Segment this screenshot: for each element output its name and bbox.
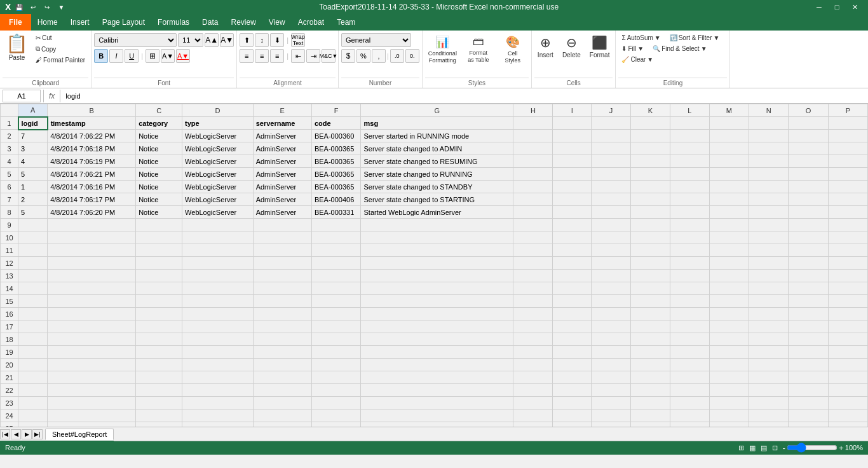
cell-4-14[interactable] [789,155,828,168]
cell-1-5[interactable]: code [311,117,361,130]
cell-16-10[interactable] [630,308,670,320]
cell-16-6[interactable] [361,308,513,320]
wrap-text-button[interactable]: Wrap Text [291,33,305,47]
cell-25-0[interactable] [18,422,48,427]
cell-19-6[interactable] [361,346,513,359]
cell-25-3[interactable] [182,422,254,427]
cell-14-12[interactable] [709,282,749,295]
cell-23-2[interactable] [136,397,182,410]
cell-15-8[interactable] [553,295,592,308]
cell-2-2[interactable]: Notice [136,130,182,142]
cell-3-11[interactable] [670,142,709,155]
cell-2-11[interactable] [670,130,709,142]
cell-14-3[interactable] [182,282,254,295]
cell-13-8[interactable] [553,270,592,282]
cell-11-7[interactable] [513,244,553,257]
cell-13-9[interactable] [592,270,631,282]
cell-18-5[interactable] [311,333,361,346]
cell-3-2[interactable]: Notice [136,142,182,155]
cell-10-2[interactable] [136,231,182,244]
copy-button[interactable]: ⧉ Copy [32,44,88,54]
autosum-button[interactable]: Σ AutoSum ▼ [618,33,663,43]
cell-8-3[interactable]: WebLogicServer [182,206,254,219]
page-layout-menu[interactable]: Page Layout [96,14,151,31]
cell-2-8[interactable] [553,130,592,142]
cell-21-3[interactable] [182,371,254,384]
cell-10-15[interactable] [828,231,867,244]
cell-5-7[interactable] [513,168,553,181]
cell-1-1[interactable]: timestamp [48,117,136,130]
cell-9-0[interactable] [18,219,48,231]
fill-color-button[interactable]: A▼ [161,49,175,63]
cell-25-15[interactable] [828,422,867,427]
cell-10-14[interactable] [789,231,828,244]
cell-13-3[interactable] [182,270,254,282]
row-number-21[interactable]: 21 [1,371,18,384]
cell-13-13[interactable] [749,270,789,282]
cell-styles-button[interactable]: 🎨 Cell Styles [497,33,529,70]
cell-4-1[interactable]: 4/8/2014 7:06:19 PM [48,155,136,168]
cell-9-6[interactable] [361,219,513,231]
view-menu[interactable]: View [262,14,292,31]
cell-5-14[interactable] [789,168,828,181]
cell-2-3[interactable]: WebLogicServer [182,130,254,142]
find-select-button[interactable]: 🔍 Find & Select ▼ [649,44,710,53]
cell-13-12[interactable] [709,270,749,282]
cell-9-3[interactable] [182,219,254,231]
cell-11-6[interactable] [361,244,513,257]
cell-5-10[interactable] [630,168,670,181]
cell-4-13[interactable] [749,155,789,168]
cell-4-9[interactable] [592,155,631,168]
cell-16-15[interactable] [828,308,867,320]
col-header-H[interactable]: H [513,104,553,117]
cell-18-9[interactable] [592,333,631,346]
cell-12-2[interactable] [136,257,182,270]
cell-24-6[interactable] [361,410,513,422]
cell-3-3[interactable]: WebLogicServer [182,142,254,155]
cell-7-9[interactable] [592,193,631,206]
cell-19-8[interactable] [553,346,592,359]
border-button[interactable]: ⊞ [146,49,159,63]
cell-19-1[interactable] [48,346,136,359]
cell-25-9[interactable] [592,422,631,427]
format-button[interactable]: ⬛ Format [587,33,613,70]
cell-18-11[interactable] [670,333,709,346]
cell-9-5[interactable] [311,219,361,231]
cell-13-5[interactable] [311,270,361,282]
align-bottom-button[interactable]: ⬇ [270,33,284,47]
row-number-18[interactable]: 18 [1,333,18,346]
cell-12-6[interactable] [361,257,513,270]
cell-3-6[interactable]: Server state changed to ADMIN [361,142,513,155]
cell-18-8[interactable] [553,333,592,346]
cell-11-3[interactable] [182,244,254,257]
cell-13-11[interactable] [670,270,709,282]
cell-21-12[interactable] [709,371,749,384]
cell-19-3[interactable] [182,346,254,359]
sheet-tab-logreport[interactable]: Sheet#LogReport [45,429,114,440]
formulas-menu[interactable]: Formulas [151,14,196,31]
cell-6-15[interactable] [828,181,867,193]
bold-button[interactable]: B [94,49,108,63]
cell-10-3[interactable] [182,231,254,244]
view-pagebreak-icon[interactable]: ⊡ [772,444,778,452]
cell-7-8[interactable] [553,193,592,206]
cell-5-15[interactable] [828,168,867,181]
cell-8-9[interactable] [592,206,631,219]
clear-button[interactable]: 🧹 Clear ▼ [618,55,656,64]
cell-10-6[interactable] [361,231,513,244]
row-number-23[interactable]: 23 [1,397,18,410]
cell-13-0[interactable] [18,270,48,282]
home-menu[interactable]: Home [31,14,64,31]
cell-15-0[interactable] [18,295,48,308]
cell-3-5[interactable]: BEA-000365 [311,142,361,155]
cell-7-5[interactable]: BEA-000406 [311,193,361,206]
row-number-17[interactable]: 17 [1,320,18,333]
currency-button[interactable]: $ [341,49,355,63]
cell-24-0[interactable] [18,410,48,422]
cell-7-11[interactable] [670,193,709,206]
cell-20-4[interactable] [253,359,311,371]
cell-5-8[interactable] [553,168,592,181]
sheet-nav-last[interactable]: ▶| [32,429,43,439]
cell-23-13[interactable] [749,397,789,410]
cell-4-8[interactable] [553,155,592,168]
